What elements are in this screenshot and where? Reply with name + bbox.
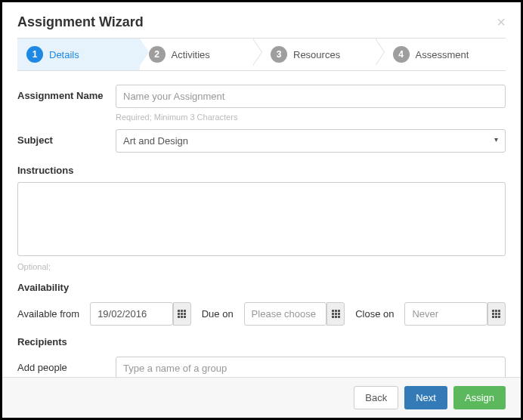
tab-activities[interactable]: 2 Activities	[140, 39, 262, 70]
next-button[interactable]: Next	[404, 386, 447, 409]
tab-label: Activities	[172, 49, 210, 60]
recipients-heading: Recipients	[17, 336, 506, 347]
tab-label: Assessment	[416, 49, 469, 60]
instructions-hint: Optional;	[17, 262, 506, 271]
assignment-name-hint: Required; Minimum 3 Characters	[116, 113, 506, 122]
form-body: Assignment Name Required; Minimum 3 Char…	[2, 71, 521, 377]
step-number: 1	[26, 46, 43, 63]
tab-label: Details	[49, 49, 79, 60]
due-on-input[interactable]	[244, 302, 326, 326]
close-icon[interactable]: ×	[497, 14, 506, 29]
assign-button[interactable]: Assign	[453, 386, 506, 409]
assignment-wizard-dialog: Assignment Wizard × 1 Details 2 Activiti…	[2, 2, 521, 418]
due-on-calendar-button[interactable]	[326, 302, 345, 326]
dialog-footer: Back Next Assign	[2, 377, 521, 418]
dialog-header: Assignment Wizard ×	[2, 2, 521, 38]
step-number: 4	[393, 46, 410, 63]
tab-assessment[interactable]: 4 Assessment	[384, 39, 506, 70]
available-from-label: Available from	[17, 308, 79, 320]
close-on-calendar-button[interactable]	[487, 302, 506, 326]
instructions-textarea[interactable]	[17, 182, 506, 256]
add-people-label: Add people	[17, 357, 116, 373]
assignment-name-label: Assignment Name	[17, 85, 116, 101]
due-on-label: Due on	[202, 308, 234, 320]
step-number: 2	[149, 46, 166, 63]
available-from-calendar-button[interactable]	[173, 302, 191, 326]
available-from-input[interactable]	[90, 302, 172, 326]
subject-select[interactable]: Art and Design	[116, 129, 506, 153]
back-button[interactable]: Back	[354, 386, 398, 409]
wizard-steps: 1 Details 2 Activities 3 Resources 4 Ass…	[17, 38, 506, 71]
add-people-input[interactable]	[116, 357, 506, 377]
calendar-icon	[492, 310, 500, 318]
subject-label: Subject	[17, 129, 116, 146]
calendar-icon	[178, 310, 186, 318]
tab-details[interactable]: 1 Details	[17, 39, 140, 70]
tab-resources[interactable]: 3 Resources	[262, 39, 384, 70]
step-number: 3	[271, 46, 287, 63]
close-on-label: Close on	[355, 308, 394, 320]
instructions-label: Instructions	[17, 157, 506, 182]
close-on-input[interactable]	[404, 302, 487, 326]
assignment-name-input[interactable]	[116, 85, 506, 108]
tab-label: Resources	[293, 49, 340, 60]
dialog-title: Assignment Wizard	[17, 14, 144, 30]
calendar-icon	[332, 310, 340, 318]
availability-heading: Availability	[17, 282, 506, 293]
